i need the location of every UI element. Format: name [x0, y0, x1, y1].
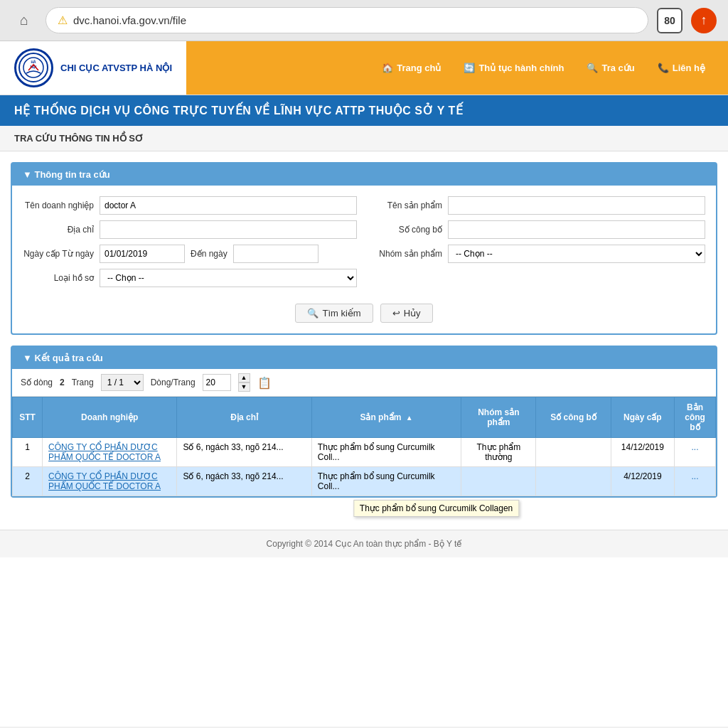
col-header-ban-cong-bo: Bản công bố	[675, 397, 716, 438]
nav-label-tracuu: Tra cứu	[601, 63, 634, 73]
cell-san-2: Thực phẩm bổ sung Curcumilk Coll... Thực…	[311, 467, 461, 496]
upload-button[interactable]: ↑	[691, 8, 717, 33]
cell-stt-2: 2	[13, 467, 43, 496]
label-nhom-san-pham: Nhóm sản phẩm	[371, 249, 442, 259]
warning-icon: ⚠	[58, 14, 68, 27]
site-footer: Copyright © 2014 Cục An toàn thực phẩm -…	[0, 530, 728, 557]
row-loai-ho-so: Loại hồ sơ -- Chọn --	[23, 269, 357, 287]
row-ngay-cap: Ngày cấp Từ ngày Đến ngày	[23, 245, 357, 263]
nav-item-lienhe[interactable]: 📞 Liên hệ	[649, 58, 714, 77]
input-dia-chi[interactable]	[100, 220, 357, 239]
cell-ban-1[interactable]: ...	[675, 438, 716, 467]
input-so-cong-bo[interactable]	[448, 220, 705, 239]
col-header-stt: STT	[13, 397, 43, 438]
search-button[interactable]: 🔍 Tìm kiếm	[295, 304, 373, 323]
nav-label-lienhe: Liên hệ	[673, 63, 705, 73]
trang-select[interactable]: 1 / 1	[101, 374, 144, 391]
nav-label-thutuc: Thủ tục hành chính	[478, 63, 564, 73]
site-header: HÀ NỘI CHI CỤC ATVSTP HÀ NỘI 🏠 Trang chủ…	[0, 41, 728, 95]
tracuu-nav-icon: 🔍	[587, 63, 598, 73]
so-dong-label: Số dòng	[21, 378, 53, 387]
tab-count-badge[interactable]: 80	[657, 8, 682, 33]
dong-trang-input[interactable]	[203, 374, 231, 391]
col-header-doanh-nghiep: Doanh nghiệp	[43, 397, 177, 438]
input-ngay-cap-tu[interactable]	[100, 245, 185, 263]
label-dia-chi: Địa chỉ	[23, 225, 94, 235]
select-nhom-san-pham[interactable]: -- Chọn --	[448, 245, 705, 263]
doanh-nghiep-link-2[interactable]: CÔNG TY CỔ PHẦN DƯỢC PHẨM QUỐC TẾ DOCTOR…	[48, 471, 161, 491]
sort-icon-san-pham: ▲	[406, 414, 413, 422]
dong-trang-label: Dòng/Trang	[151, 378, 196, 387]
label-so-cong-bo: Số công bố	[371, 225, 442, 235]
input-doanh-nghiep[interactable]	[100, 196, 357, 215]
col-header-san-pham[interactable]: Sản phẩm ▲	[311, 397, 461, 438]
results-table: STT Doanh nghiệp Địa chỉ Sản phẩm ▲ Nhóm…	[12, 397, 716, 496]
browser-chrome: ⌂ ⚠ dvc.hanoi.vfa.gov.vn/file 80 ↑	[0, 0, 728, 41]
row-dia-chi: Địa chỉ	[23, 220, 357, 239]
home-icon: ⌂	[20, 12, 28, 28]
ban-cong-bo-line1: Bản	[687, 402, 703, 412]
ban-cong-bo-line2: công bố	[685, 412, 705, 432]
results-toolbar: Số dòng 2 Trang 1 / 1 Dòng/Trang ▲ ▼ 📋	[12, 369, 716, 397]
ban-cong-bo-link-2[interactable]: ...	[692, 471, 699, 481]
left-form-col: Tên doanh nghiệp Địa chỉ Ngày cấp Từ ngà…	[23, 196, 357, 293]
tooltip-san-pham: Thực phẩm bổ sung Curcumilk Collagen	[353, 500, 519, 517]
col-header-nhom: Nhóm sản phẩm	[461, 397, 536, 438]
col-header-so-cong-bo: Số công bố	[536, 397, 611, 438]
cell-dia-2: Số 6, ngách 33, ngõ 214...	[177, 467, 311, 496]
label-doanh-nghiep: Tên doanh nghiệp	[23, 200, 94, 210]
site-banner: HỆ THỐNG DỊCH VỤ CÔNG TRỰC TUYẾN VỀ LĨNH…	[0, 95, 728, 126]
logo-emblem: HÀ NỘI	[14, 48, 53, 87]
site-title: CHI CỤC ATVSTP HÀ NỘI	[60, 63, 172, 73]
nav-item-thutuc[interactable]: 🔄 Thủ tục hành chính	[455, 58, 572, 77]
cell-ngay-2: 4/12/2019	[611, 467, 674, 496]
cell-ban-2[interactable]: ...	[675, 467, 716, 496]
cancel-button[interactable]: ↩ Hủy	[380, 304, 433, 323]
page-wrapper: HÀ NỘI CHI CỤC ATVSTP HÀ NỘI 🏠 Trang chủ…	[0, 41, 728, 727]
nav-label-trangchu: Trang chủ	[397, 63, 441, 73]
search-button-row: 🔍 Tìm kiếm ↩ Hủy	[23, 304, 705, 323]
right-form-col: Tên sản phẩm Số công bố Nhóm sản phẩm --…	[371, 196, 705, 293]
cell-nhom-2	[461, 467, 536, 496]
cell-doanh-2: CÔNG TY CỔ PHẦN DƯỢC PHẨM QUỐC TẾ DOCTOR…	[43, 467, 177, 496]
nav-item-tracuu[interactable]: 🔍 Tra cứu	[578, 58, 643, 77]
input-den-ngay[interactable]	[233, 245, 318, 263]
cell-so-1	[536, 438, 611, 467]
cancel-btn-icon: ↩	[392, 308, 400, 318]
export-icon[interactable]: 📋	[257, 376, 272, 390]
cell-doanh-1: CÔNG TY CỔ PHẦN DƯỢC PHẨM QUỐC TẾ DOCTOR…	[43, 438, 177, 467]
search-panel-body: Tên doanh nghiệp Địa chỉ Ngày cấp Từ ngà…	[12, 186, 716, 333]
ban-cong-bo-link-1[interactable]: ...	[692, 442, 699, 452]
svg-text:HÀ: HÀ	[31, 60, 36, 64]
site-logo: HÀ NỘI CHI CỤC ATVSTP HÀ NỘI	[0, 41, 186, 95]
nav-item-trangchu[interactable]: 🏠 Trang chủ	[373, 58, 449, 77]
table-row: 2 CÔNG TY CỔ PHẦN DƯỢC PHẨM QUỐC TẾ DOCT…	[13, 467, 716, 496]
spinner-up[interactable]: ▲	[238, 373, 250, 382]
input-ten-san-pham[interactable]	[448, 196, 705, 215]
so-dong-value: 2	[60, 378, 65, 387]
cell-san-1: Thực phẩm bổ sung Curcumilk Coll...	[311, 438, 461, 467]
url-text: dvc.hanoi.vfa.gov.vn/file	[73, 14, 186, 26]
results-panel-header: ▼ Kết quả tra cứu	[12, 347, 716, 369]
search-btn-icon: 🔍	[307, 308, 318, 318]
row-doanh-nghiep: Tên doanh nghiệp	[23, 196, 357, 215]
main-nav: 🏠 Trang chủ 🔄 Thủ tục hành chính 🔍 Tra c…	[186, 41, 728, 95]
col-header-dia-chi: Địa chỉ	[177, 397, 311, 438]
san-pham-col-label: Sản phẩm	[360, 412, 401, 422]
home-button[interactable]: ⌂	[11, 8, 37, 33]
page-title: TRA CỨU THÔNG TIN HỒ SƠ	[0, 126, 728, 151]
search-panel: ▼ Thông tin tra cứu Tên doanh nghiệp Địa…	[11, 162, 717, 335]
search-btn-label: Tìm kiếm	[322, 308, 360, 318]
cell-stt-1: 1	[13, 438, 43, 467]
spinner-down[interactable]: ▼	[238, 382, 250, 392]
col-header-ngay-cap: Ngày cấp	[611, 397, 674, 438]
address-bar[interactable]: ⚠ dvc.hanoi.vfa.gov.vn/file	[46, 7, 648, 33]
content-area: ▼ Thông tin tra cứu Tên doanh nghiệp Địa…	[0, 151, 728, 508]
doanh-nghiep-link-1[interactable]: CÔNG TY CỔ PHẦN DƯỢC PHẨM QUỐC TẾ DOCTOR…	[48, 442, 161, 462]
cell-nhom-1: Thực phẩm thường	[461, 438, 536, 467]
row-so-cong-bo: Số công bố	[371, 220, 705, 239]
select-loai-ho-so[interactable]: -- Chọn --	[100, 269, 357, 287]
home-nav-icon: 🏠	[382, 63, 393, 73]
search-panel-header: ▼ Thông tin tra cứu	[12, 164, 716, 186]
row-ten-san-pham: Tên sản phẩm	[371, 196, 705, 215]
